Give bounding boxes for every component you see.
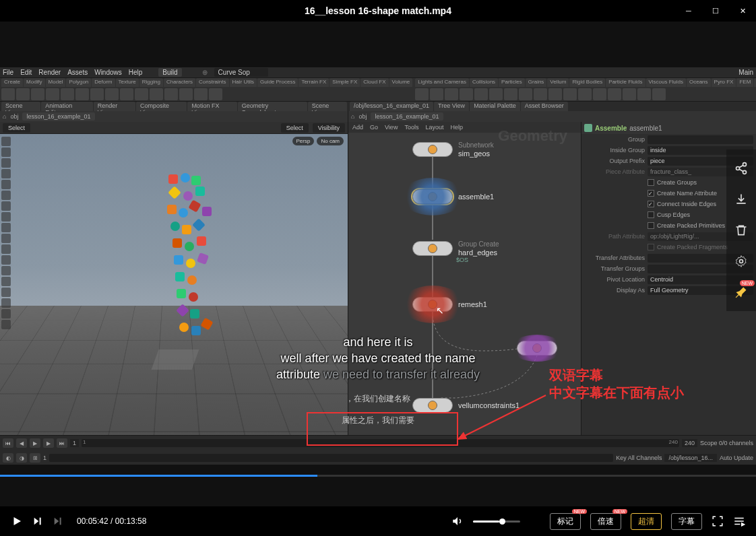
download-icon[interactable] <box>733 191 749 207</box>
tl-first[interactable]: ⏮ <box>3 438 13 448</box>
svg-marker-11 <box>55 518 59 525</box>
tl-play[interactable]: ▶ <box>30 438 40 448</box>
pin-icon[interactable]: NEW <box>733 284 749 300</box>
tag-quality[interactable]: 超清 <box>631 513 662 530</box>
svg-rect-12 <box>60 518 61 525</box>
menu-help[interactable]: Help <box>129 69 143 76</box>
svg-point-4 <box>743 170 747 174</box>
shelf[interactable]: CreateModifyModelPolygonDeformTextureRig… <box>0 77 756 102</box>
svg-point-3 <box>736 167 740 170</box>
dollar-os: $OS <box>456 257 468 263</box>
player-sidebar[interactable]: NEW <box>726 149 756 311</box>
progress-bar[interactable] <box>0 475 756 477</box>
tl-prev[interactable]: ◀ <box>16 438 27 448</box>
node-hard_edges[interactable]: Group Createhard_edges <box>412 240 499 257</box>
svg-marker-16 <box>742 523 745 526</box>
node-sim_geos[interactable]: Subnetworksim_geos <box>412 141 494 158</box>
select-mode[interactable]: Select <box>3 123 30 133</box>
tag-speed[interactable]: 倍速NEW <box>590 513 621 530</box>
window-title: 16__lesson 16-shape match.mp4 <box>305 5 451 16</box>
window-titlebar: 16__lesson 16-shape match.mp4 ─ ☐ ✕ <box>0 0 756 22</box>
svg-line-5 <box>739 165 743 167</box>
node-type-icon <box>584 124 592 132</box>
parm-row[interactable]: Group <box>581 134 756 145</box>
svg-marker-9 <box>34 518 39 525</box>
menu-edit[interactable]: Edit <box>20 69 32 76</box>
next-button[interactable] <box>32 516 43 527</box>
parm-node-name[interactable]: assemble1 <box>629 125 662 132</box>
play-button[interactable] <box>11 515 23 527</box>
pane-tabs-left[interactable]: Scene ViewAnimation EditorRender ViewCom… <box>0 102 348 111</box>
node-assemble1[interactable]: assemble1 <box>412 189 494 204</box>
subtitle-en-2: well after we have created the name <box>203 350 553 366</box>
svg-point-7 <box>740 260 743 263</box>
share-icon[interactable] <box>733 160 749 176</box>
subtitle-cn-1: ，在我们创建名称 <box>203 393 553 404</box>
network-bg-label: Geometry <box>498 127 567 145</box>
houdini-menubar[interactable]: File Edit Render Assets Windows Help Bui… <box>0 67 756 77</box>
desktop-selector[interactable]: Build <box>158 68 181 77</box>
volume-icon[interactable] <box>451 515 464 527</box>
time-total: 00:13:58 <box>115 516 147 526</box>
time-current: 00:05:42 <box>77 516 108 526</box>
annotation-box <box>307 412 458 446</box>
parm-node-type: Assemble <box>595 125 627 132</box>
maximize-button[interactable]: ☐ <box>702 0 729 22</box>
svg-point-2 <box>743 163 747 166</box>
vp-tab[interactable]: lesson_16_example_01 <box>22 112 94 121</box>
menu-windows[interactable]: Windows <box>94 69 122 76</box>
svg-rect-10 <box>40 518 41 525</box>
menu-render[interactable]: Render <box>38 69 61 76</box>
pane-tabs-right[interactable]: /obj/lesson_16_example_01Tree ViewMateri… <box>348 102 756 111</box>
node-remesh1[interactable]: remesh1 <box>412 297 487 312</box>
subtitle-en-1: and here it is <box>203 334 553 350</box>
close-button[interactable]: ✕ <box>729 0 756 22</box>
vp-path[interactable]: obj <box>10 113 18 120</box>
tl-next[interactable]: ▶ <box>43 438 54 448</box>
playlist-icon[interactable] <box>733 515 745 527</box>
video-area: File Edit Render Assets Windows Help Bui… <box>0 22 756 506</box>
fullscreen-icon[interactable] <box>712 515 724 527</box>
svg-line-6 <box>739 169 743 171</box>
tag-subtitle[interactable]: 字幕 <box>671 513 702 530</box>
cam-persp[interactable]: Persp <box>292 137 315 145</box>
settings-icon[interactable] <box>733 253 749 269</box>
main-take[interactable]: Main <box>738 69 753 76</box>
annotation-text: 双语字幕 中文字幕在下面有点小 <box>549 366 684 401</box>
tl-last[interactable]: ⏭ <box>57 438 67 448</box>
svg-marker-8 <box>14 517 22 525</box>
menu-file[interactable]: File <box>3 69 13 76</box>
menu-assets[interactable]: Assets <box>67 69 88 76</box>
volume-slider[interactable] <box>473 521 520 523</box>
tl-chan-track[interactable] <box>49 454 613 462</box>
search-field[interactable]: Curve Sop <box>214 68 268 77</box>
player-controls: 00:05:42 / 00:13:58 标记NEW 倍速NEW 超清 字幕 <box>0 506 756 536</box>
minimize-button[interactable]: ─ <box>675 0 702 22</box>
delete-icon[interactable] <box>733 222 749 238</box>
cam-nocam[interactable]: No cam <box>317 137 344 145</box>
step-button[interactable] <box>53 516 63 527</box>
viewport-left-toolbar[interactable] <box>1 137 12 462</box>
tag-mark[interactable]: 标记NEW <box>550 513 581 530</box>
